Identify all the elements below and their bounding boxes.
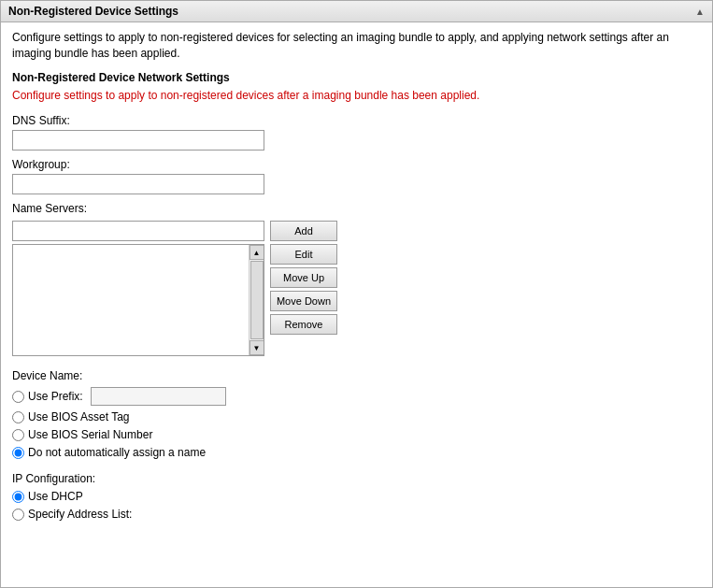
radio-use-prefix-label: Use Prefix: xyxy=(28,390,83,403)
remove-button[interactable]: Remove xyxy=(270,314,337,335)
name-servers-label: Name Servers: xyxy=(12,202,701,215)
radio-specify-address-input[interactable] xyxy=(12,509,24,521)
scrollbar-track: ▲ ▼ xyxy=(249,245,264,355)
workgroup-label: Workgroup: xyxy=(12,158,701,171)
scroll-up-arrow[interactable]: ▲ xyxy=(250,245,264,260)
dns-suffix-label: DNS Suffix: xyxy=(12,114,701,127)
name-servers-listbox[interactable]: ▲ ▼ xyxy=(12,244,264,356)
collapse-icon[interactable]: ▲ xyxy=(695,7,705,17)
radio-use-bios-serial: Use BIOS Serial Number xyxy=(12,428,701,441)
dns-suffix-input[interactable] xyxy=(12,130,264,151)
scroll-thumb[interactable] xyxy=(250,261,264,339)
workgroup-input[interactable] xyxy=(12,174,264,194)
radio-use-bios-serial-label: Use BIOS Serial Number xyxy=(28,428,152,441)
radio-no-auto-name: Do not automatically assign a name xyxy=(12,446,701,459)
device-name-section: Device Name: Use Prefix: Use BIOS Asset … xyxy=(12,369,701,459)
name-servers-buttons: Add Edit Move Up Move Down Remove xyxy=(270,221,337,335)
radio-use-prefix: Use Prefix: xyxy=(12,387,701,406)
ip-config-label: IP Configuration: xyxy=(12,472,701,485)
radio-use-dhcp-label: Use DHCP xyxy=(28,490,83,503)
radio-use-bios-asset-input[interactable] xyxy=(12,411,24,423)
radio-no-auto-name-label: Do not automatically assign a name xyxy=(28,446,206,459)
name-servers-row: ▲ ▼ Add Edit Move Up Move Down Remove xyxy=(12,221,701,356)
panel-title: Non-Registered Device Settings xyxy=(8,5,178,18)
name-servers-scroll[interactable] xyxy=(13,245,249,355)
radio-use-bios-asset-label: Use BIOS Asset Tag xyxy=(28,410,130,423)
radio-use-bios-asset: Use BIOS Asset Tag xyxy=(12,410,701,423)
network-section-desc: Configure settings to apply to non-regis… xyxy=(12,88,701,104)
panel-header: Non-Registered Device Settings ▲ xyxy=(1,1,712,22)
main-description: Configure settings to apply to non-regis… xyxy=(12,30,701,62)
radio-specify-address: Specify Address List: xyxy=(12,508,701,521)
panel-body: Configure settings to apply to non-regis… xyxy=(1,22,712,528)
main-panel: Non-Registered Device Settings ▲ Configu… xyxy=(0,0,713,588)
name-servers-col: ▲ ▼ xyxy=(12,221,264,356)
device-name-label: Device Name: xyxy=(12,369,701,382)
network-section-title: Non-Registered Device Network Settings xyxy=(12,71,701,84)
scroll-down-arrow[interactable]: ▼ xyxy=(250,340,264,355)
ip-config-section: IP Configuration: Use DHCP Specify Addre… xyxy=(12,472,701,521)
add-button[interactable]: Add xyxy=(270,221,337,241)
radio-no-auto-name-input[interactable] xyxy=(12,447,24,459)
move-up-button[interactable]: Move Up xyxy=(270,267,337,288)
radio-specify-address-label: Specify Address List: xyxy=(28,508,132,521)
prefix-input[interactable] xyxy=(91,387,226,406)
move-down-button[interactable]: Move Down xyxy=(270,291,337,311)
radio-use-dhcp-input[interactable] xyxy=(12,491,24,503)
radio-use-bios-serial-input[interactable] xyxy=(12,429,24,441)
edit-button[interactable]: Edit xyxy=(270,244,337,265)
radio-use-dhcp: Use DHCP xyxy=(12,490,701,503)
name-server-input[interactable] xyxy=(12,221,264,241)
radio-use-prefix-input[interactable] xyxy=(12,391,24,403)
